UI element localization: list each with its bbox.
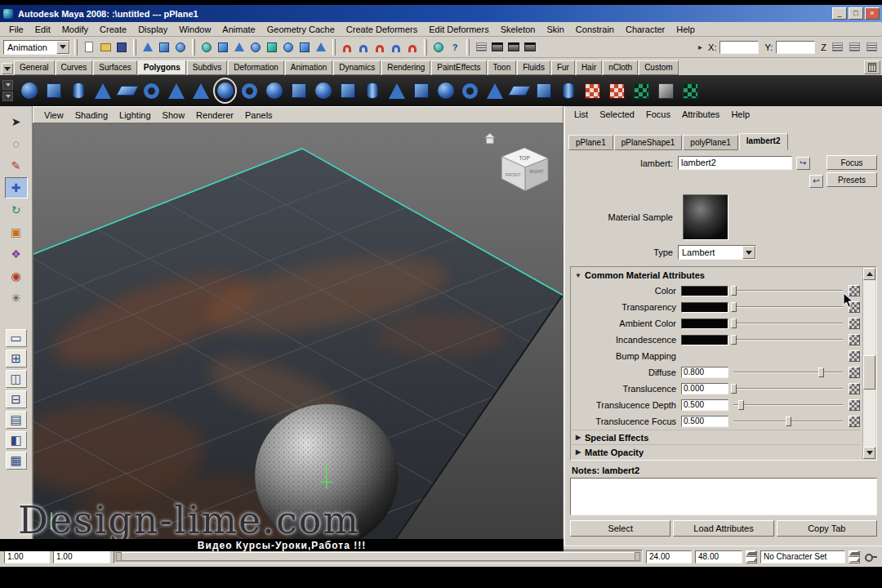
extract-icon[interactable] xyxy=(385,78,408,104)
vp-menu-view[interactable]: View xyxy=(38,109,69,121)
slider-handle[interactable] xyxy=(731,384,737,394)
section-special-effects[interactable]: ▶ Special Effects xyxy=(572,430,860,444)
slider-handle[interactable] xyxy=(731,318,737,328)
translucence-depth-slider[interactable] xyxy=(733,399,843,411)
color-slider[interactable] xyxy=(733,285,843,296)
shelf-tab-dynamics[interactable]: Dynamics xyxy=(333,60,381,75)
texture-cube-icon[interactable] xyxy=(581,78,604,104)
select-component-button[interactable] xyxy=(173,40,188,55)
texture-sphere-icon[interactable] xyxy=(630,78,653,104)
section-common-material-attributes[interactable]: ▼ Common Material Attributes xyxy=(572,268,860,283)
shelf-tab-deformation[interactable]: Deformation xyxy=(228,60,283,75)
shelf-tab-custom[interactable]: Custom xyxy=(639,60,678,75)
shelf-tab-toon[interactable]: Toon xyxy=(488,60,517,75)
poly-prism-icon[interactable] xyxy=(164,78,188,104)
move-tool-button[interactable]: ✚ xyxy=(5,177,28,198)
quadrangulate-icon[interactable] xyxy=(507,78,531,104)
vp-menu-lighting[interactable]: Lighting xyxy=(114,109,157,121)
menu-file[interactable]: File xyxy=(3,24,29,35)
animation-end-input[interactable]: 48.00 xyxy=(695,550,742,564)
range-slider-bar-inner[interactable] xyxy=(116,552,640,561)
menu-create-deformers[interactable]: Create Deformers xyxy=(341,24,423,35)
channel-box-toggle[interactable] xyxy=(830,40,844,55)
mask-dynamics-button[interactable] xyxy=(281,40,296,55)
diffuse-slider[interactable] xyxy=(733,367,843,378)
lasso-tool-button[interactable]: ◌ xyxy=(5,133,28,154)
universal-manip-tool-button[interactable]: ❖ xyxy=(5,243,28,265)
texture-cube-alt-icon[interactable] xyxy=(605,78,629,104)
menu-help[interactable]: Help xyxy=(670,24,701,35)
sculpt-tool-icon[interactable] xyxy=(556,78,580,104)
material-type-select[interactable]: Lambert xyxy=(678,245,756,260)
shelf-tab-fluids[interactable]: Fluids xyxy=(517,60,550,75)
make-live-button[interactable] xyxy=(431,40,446,55)
shelf-tab-hair[interactable]: Hair xyxy=(576,60,602,75)
diffuse-input[interactable]: 0.800 xyxy=(681,367,728,378)
save-scene-button[interactable] xyxy=(114,40,129,55)
layout-graph-button[interactable]: ▦ xyxy=(6,452,27,470)
poly-cone-icon[interactable] xyxy=(91,78,114,104)
focus-in-icon[interactable]: ↪ xyxy=(796,157,810,170)
shelf-tab-ncloth[interactable]: nCloth xyxy=(603,60,638,75)
vp-menu-renderer[interactable]: Renderer xyxy=(190,109,239,121)
layout-outliner-button[interactable]: ◧ xyxy=(6,431,27,449)
menu-display[interactable]: Display xyxy=(132,24,173,35)
shelf-tab-painteffects[interactable]: PaintEffects xyxy=(431,60,486,75)
set-key-icon[interactable] xyxy=(863,550,878,564)
ambient-color-slider[interactable] xyxy=(733,318,843,329)
menu-geometry-cache[interactable]: Geometry Cache xyxy=(261,24,341,35)
current-frame-input[interactable]: 1.00 xyxy=(53,550,110,564)
poly-platonic-icon[interactable] xyxy=(287,78,310,104)
boolean-difference-icon[interactable] xyxy=(434,78,457,104)
poly-torus-icon[interactable] xyxy=(140,78,163,104)
layout-single-button[interactable]: ▭ xyxy=(6,329,27,347)
menu-character[interactable]: Character xyxy=(620,24,670,35)
slider-handle[interactable] xyxy=(731,335,737,345)
select-object-button[interactable] xyxy=(157,40,172,55)
menu-window[interactable]: Window xyxy=(173,24,216,35)
map-button[interactable] xyxy=(849,334,860,345)
color-swatch[interactable] xyxy=(681,286,728,296)
translucence-focus-input[interactable]: 0.500 xyxy=(681,416,728,427)
viewcube-home-body[interactable] xyxy=(486,138,493,144)
spin-down-icon[interactable] xyxy=(746,557,757,564)
playback-end-input[interactable]: 24.00 xyxy=(646,550,692,564)
x-input[interactable] xyxy=(719,41,759,54)
combine-icon[interactable] xyxy=(336,78,359,104)
expand-fields-icon[interactable]: ▸ xyxy=(698,42,702,51)
incandescence-slider[interactable] xyxy=(733,334,843,345)
poly-pyramid-icon[interactable] xyxy=(189,78,212,104)
scale-tool-button[interactable]: ▣ xyxy=(5,221,28,243)
ae-menu-help[interactable]: Help xyxy=(725,109,755,120)
menu-animate[interactable]: Animate xyxy=(216,24,261,35)
range-start-input[interactable]: 1.00 xyxy=(4,550,50,564)
shelf-next-button[interactable] xyxy=(2,91,13,101)
poly-pipe-icon[interactable] xyxy=(213,78,237,104)
poly-cube-icon[interactable] xyxy=(42,78,65,104)
layout-two-stack-button[interactable]: ⊟ xyxy=(6,390,27,408)
mask-surfaces-button[interactable] xyxy=(248,40,263,55)
map-button[interactable] xyxy=(849,367,860,378)
shelf-prev-button[interactable] xyxy=(2,80,13,90)
y-input[interactable] xyxy=(776,41,815,54)
material-sample-swatch[interactable] xyxy=(683,194,728,240)
mask-rendering-button[interactable] xyxy=(297,40,312,55)
spin-up-icon[interactable] xyxy=(746,550,757,557)
translucence-slider[interactable] xyxy=(733,383,843,394)
mirror-geometry-icon[interactable] xyxy=(532,78,555,104)
smooth-icon[interactable] xyxy=(311,78,335,104)
select-button[interactable]: Select xyxy=(570,520,670,537)
mask-misc-button[interactable] xyxy=(314,40,328,55)
titlebar[interactable]: Autodesk Maya 2008: :\untitled --- pPlan… xyxy=(0,5,882,22)
shelf-tab-general[interactable]: General xyxy=(14,60,55,75)
mask-deformers-button[interactable] xyxy=(265,40,279,55)
ae-tab-lambert2[interactable]: lambert2 xyxy=(739,133,788,150)
ae-tab-polyplane1[interactable]: polyPlane1 xyxy=(683,135,737,150)
ae-menu-attributes[interactable]: Attributes xyxy=(676,109,725,120)
map-button[interactable] xyxy=(849,383,860,394)
show-manip-tool-button[interactable]: ✳ xyxy=(5,287,28,309)
incandescence-swatch[interactable] xyxy=(681,335,728,345)
shelf-tab-curves[interactable]: Curves xyxy=(56,60,93,75)
translucence-input[interactable]: 0.000 xyxy=(681,383,728,394)
dropdown-arrow-icon[interactable] xyxy=(742,246,755,259)
